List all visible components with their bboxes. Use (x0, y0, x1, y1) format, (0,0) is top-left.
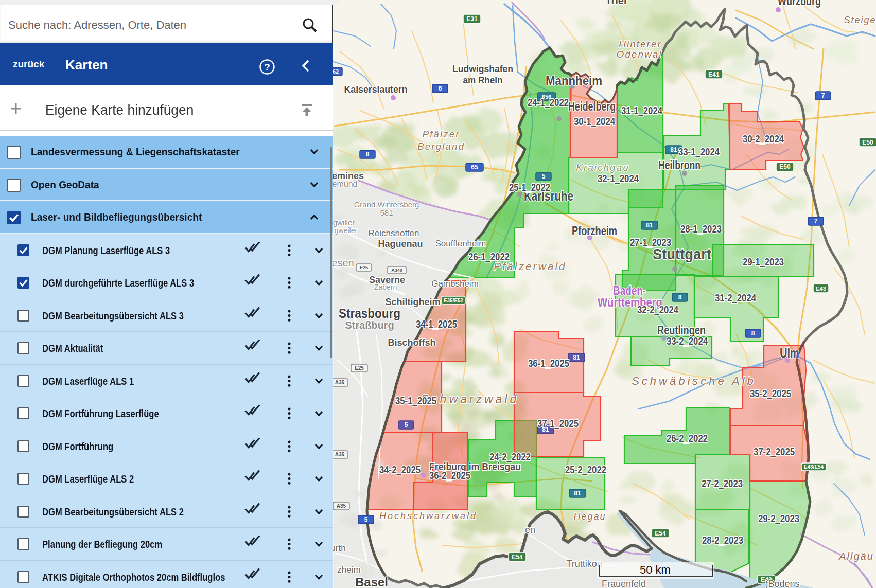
svg-text:34-2_2025: 34-2_2025 (379, 464, 421, 475)
svg-text:Strasbourg: Strasbourg (339, 306, 400, 321)
svg-text:Kraichgau: Kraichgau (576, 162, 629, 173)
svg-text:E50: E50 (779, 163, 791, 170)
svg-text:34-1_2025: 34-1_2025 (416, 318, 457, 330)
svg-text:25-1_2022: 25-1_2022 (509, 181, 550, 193)
svg-text:esen: esen (331, 257, 354, 269)
svg-text:32-2_2024: 32-2_2024 (637, 304, 678, 315)
svg-text:26-2_2022: 26-2_2022 (667, 432, 708, 444)
svg-text:28-1_2023: 28-1_2023 (680, 223, 722, 235)
svg-text:81: 81 (646, 222, 653, 229)
svg-text:32-1_2024: 32-1_2024 (598, 172, 639, 184)
svg-text:29-2_2023: 29-2_2023 (758, 512, 799, 524)
svg-text:31-1_2024: 31-1_2024 (621, 104, 662, 116)
svg-text:Bischoffsh: Bischoffsh (388, 337, 435, 348)
svg-text:581: 581 (380, 208, 393, 217)
svg-text:Pforzheim: Pforzheim (572, 224, 617, 238)
svg-text:emünd: emünd (332, 180, 358, 188)
svg-text:Zabern: Zabern (374, 283, 397, 291)
svg-text:8: 8 (751, 330, 755, 337)
svg-text:zheim: zheim (337, 565, 360, 575)
svg-text:Pfälzer: Pfälzer (422, 129, 460, 139)
svg-text:Hegau: Hegau (573, 511, 606, 522)
svg-text:37-2_2025: 37-2_2025 (754, 446, 795, 457)
svg-text:Soufflenheim: Soufflenheim (435, 239, 486, 248)
svg-text:Schiltigheim: Schiltigheim (385, 297, 440, 307)
svg-text:A35: A35 (335, 452, 345, 457)
svg-text:5: 5 (405, 421, 408, 429)
svg-text:35-2_2025: 35-2_2025 (750, 387, 791, 399)
svg-text:62: 62 (332, 68, 339, 75)
svg-text:35-1_2025: 35-1_2025 (395, 395, 436, 406)
svg-text:E25: E25 (355, 365, 364, 371)
svg-text:33-1_2024: 33-1_2024 (678, 146, 720, 157)
svg-text:E25: E25 (360, 265, 368, 270)
svg-text:30-2_2024: 30-2_2024 (743, 133, 784, 145)
svg-text:Bergland: Bergland (417, 141, 465, 152)
svg-text:(Bodens: (Bodens (765, 579, 799, 588)
svg-text:25-2_2022: 25-2_2022 (565, 464, 606, 475)
svg-text:27-2_2023: 27-2_2023 (702, 477, 743, 489)
svg-text:Ludwigshafen: Ludwigshafen (452, 63, 513, 74)
svg-text:en: en (525, 525, 535, 535)
svg-text:Trier: Trier (605, 0, 628, 6)
svg-text:Heilbronn: Heilbronn (658, 158, 700, 172)
svg-text:Hinterer: Hinterer (619, 39, 662, 49)
svg-text:7: 7 (814, 218, 818, 225)
svg-text:81: 81 (573, 354, 580, 361)
svg-text:Truttikon: Truttikon (566, 559, 602, 569)
svg-text:E31: E31 (466, 15, 478, 23)
svg-text:27-1_2023: 27-1_2023 (630, 236, 671, 248)
svg-text:6: 6 (439, 85, 442, 92)
svg-text:Gambsheim: Gambsheim (431, 279, 479, 289)
svg-text:?: ? (264, 62, 270, 73)
svg-text:gwiller: gwiller (333, 218, 355, 227)
svg-text:A35: A35 (337, 503, 346, 509)
svg-text:8: 8 (678, 294, 682, 301)
svg-text:Allgäu: Allgäu (838, 550, 874, 562)
svg-text:50 km: 50 km (640, 563, 671, 576)
svg-text:Heidelberg: Heidelberg (568, 99, 616, 113)
svg-text:Straßburg: Straßburg (345, 319, 394, 331)
svg-text:33-2_2024: 33-2_2024 (667, 335, 708, 347)
svg-text:Hochschwarzwald: Hochschwarzwald (379, 511, 477, 521)
svg-text:Würzburg: Würzburg (778, 0, 821, 8)
svg-text:8: 8 (366, 151, 370, 158)
svg-text:81: 81 (670, 146, 677, 153)
svg-text:5: 5 (364, 516, 368, 523)
svg-text:Reichshoffen: Reichshoffen (369, 228, 419, 238)
svg-text:37-1_2025: 37-1_2025 (537, 417, 579, 429)
svg-text:36-1_2025: 36-1_2025 (528, 357, 569, 369)
svg-text:A35: A35 (335, 380, 345, 385)
svg-text:Kaiserslautern: Kaiserslautern (344, 84, 408, 95)
svg-text:am Rhein: am Rhein (463, 75, 503, 85)
svg-text:28-2_2023: 28-2_2023 (702, 534, 743, 546)
svg-text:E50: E50 (862, 139, 873, 146)
svg-text:A340: A340 (391, 268, 402, 273)
svg-text:E35/E52: E35/E52 (444, 298, 464, 304)
svg-text:Odenwal: Odenwal (617, 49, 662, 60)
svg-text:31-2_2024: 31-2_2024 (715, 292, 756, 304)
svg-text:24-2_2022: 24-2_2022 (489, 451, 531, 462)
svg-text:Schwäbische Alb: Schwäbische Alb (632, 375, 756, 387)
svg-text:gweiler: gweiler (335, 226, 358, 235)
svg-text:E41: E41 (708, 71, 720, 78)
svg-text:5: 5 (542, 173, 546, 180)
svg-text:E54: E54 (655, 530, 666, 537)
svg-text:Grand Wintersberg: Grand Wintersberg (354, 200, 419, 209)
svg-text:E54: E54 (512, 554, 523, 561)
svg-text:Haguenau: Haguenau (378, 239, 423, 249)
svg-text:Basel: Basel (355, 575, 388, 588)
svg-text:24-1_2022: 24-1_2022 (528, 96, 569, 108)
svg-text:7: 7 (821, 92, 825, 99)
svg-text:E43: E43 (816, 286, 826, 292)
svg-text:26-1_2022: 26-1_2022 (468, 251, 510, 262)
svg-text:E43/E54: E43/E54 (804, 464, 824, 470)
svg-text:Steiger: Steiger (844, 15, 876, 25)
svg-text:Mannheim: Mannheim (546, 74, 602, 87)
svg-text:29-1_2023: 29-1_2023 (743, 256, 784, 268)
svg-text:36-2_2025: 36-2_2025 (429, 469, 470, 481)
svg-text:81: 81 (574, 490, 581, 497)
svg-text:Ulm: Ulm (780, 345, 799, 361)
svg-text:30-1_2024: 30-1_2024 (574, 115, 615, 127)
svg-text:Frauenfeld: Frauenfeld (602, 579, 646, 588)
